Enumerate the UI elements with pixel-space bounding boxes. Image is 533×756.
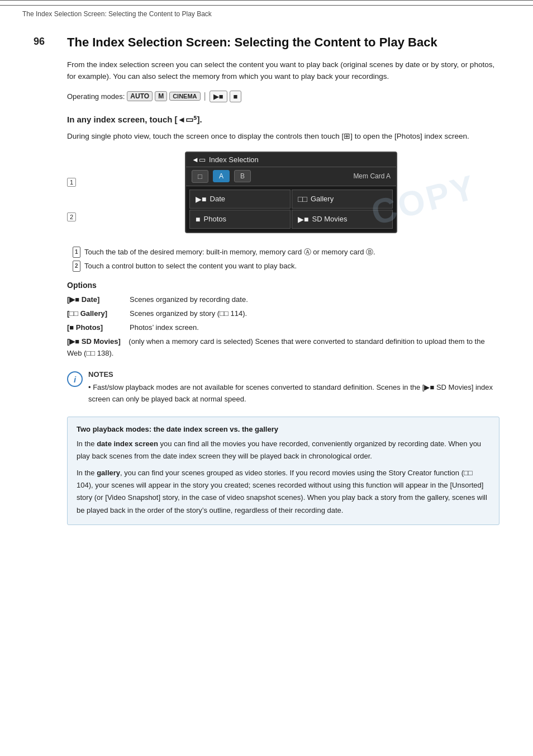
notes-content: NOTES • Fast/slow playback modes are not… [88,370,499,405]
options-section: Options [▶■ Date] Scenes organized by re… [67,281,499,359]
page-number: 96 [34,36,45,47]
screen-cell-date[interactable]: ▶■ Date [189,190,291,209]
option-date-label: [▶■ Date] [67,294,123,306]
notes-title: NOTES [88,370,499,379]
photos-cell-icon: ■ [196,215,200,224]
mode-m: M [155,91,167,101]
intro-text: From the index selection screen you can … [67,59,499,83]
photos-cell-label: Photos [204,215,226,223]
info-box-para2: In the gallery, you can find your scenes… [77,467,490,516]
callout-1-label: 1 [67,177,76,186]
notes-box: i NOTES • Fast/slow playback modes are n… [67,370,499,405]
info-box-title: Two playback modes: the date index scree… [77,425,490,433]
mode-video-icon: ▶■ [210,91,227,102]
option-date-desc: Scenes organized by recording date. [130,294,248,306]
callout-2-label: 2 [67,212,76,221]
screen-title-text: Index Selection [209,155,259,164]
step1-desc: During single photo view, touch the scre… [67,130,499,143]
sd-movies-cell-icon: ▶■ [298,215,308,224]
step1-title: In any index screen, touch [◄▭⁵]. [67,114,499,126]
screen-title-bar: ◄▭ Index Selection [186,153,396,167]
notes-text: • Fast/slow playback modes are not avail… [88,382,499,405]
option-photos: [■ Photos] Photos’ index screen. [67,322,499,334]
option-photos-label: [■ Photos] [67,322,123,334]
option-gallery-desc: Scenes organized by story (□□ 114). [130,308,247,320]
screen-tabs-row: □ A B Mem Card A [186,167,396,186]
mode-photo-icon: ■ [230,91,242,102]
callout-2-desc: 2 Touch a control button to select the c… [67,261,499,272]
screen-cell-sd-movies[interactable]: ▶■ SD Movies [292,210,393,229]
sd-movies-cell-label: SD Movies [312,215,348,223]
screen-title-icon: ◄▭ [192,155,206,164]
screen-cell-gallery[interactable]: □□ Gallery [292,190,393,209]
screen-mockup-container: 1 2 ◄▭ Index Selection □ A B Me [67,152,499,247]
option-gallery-label: [□□ Gallery] [67,308,123,320]
screen-content-grid: ▶■ Date □□ Gallery ■ Photos ▶■ [186,186,396,232]
option-photos-desc: Photos’ index screen. [130,322,199,334]
callout-1-desc: 1 Touch the tab of the desired memory: b… [67,247,499,258]
info-box-para1: In the date index screen you can find al… [77,438,490,462]
tab-a[interactable]: A [213,170,230,182]
gallery-cell-icon: □□ [298,195,307,204]
notes-icon: i [67,371,83,387]
option-date: [▶■ Date] Scenes organized by recording … [67,294,499,306]
index-selection-screen: ◄▭ Index Selection □ A B Mem Card A ▶■ D… [185,152,397,233]
option-sd-movies: [▶■ SD Movies] (only when a memory card … [67,336,499,360]
date-cell-label: Date [210,195,225,203]
option-sd-movies-desc: (only when a memory card is selected) Sc… [67,337,485,357]
option-sd-movies-label: [▶■ SD Movies] [67,337,121,346]
tab-b[interactable]: B [234,170,251,182]
option-gallery: [□□ Gallery] Scenes organized by story (… [67,308,499,320]
tab-builtin[interactable]: □ [192,170,208,183]
breadcrumb: The Index Selection Screen: Selecting th… [22,10,212,18]
date-cell-icon: ▶■ [196,195,206,204]
callout-labels-left: 1 2 [67,152,76,221]
options-title: Options [67,281,499,290]
mode-cinema: CINEMA [169,92,200,101]
operating-modes-label: Operating modes: [67,92,125,101]
mem-card-label: Mem Card A [353,172,391,180]
gallery-cell-label: Gallery [311,195,334,203]
callout-descriptions: 1 Touch the tab of the desired memory: b… [67,247,499,272]
operating-modes: Operating modes: AUTO M CINEMA | ▶■ ■ [67,91,499,102]
screen-cell-photos[interactable]: ■ Photos [189,210,291,229]
separator: | [204,91,206,101]
mode-auto: AUTO [127,91,153,101]
page-title: The Index Selection Screen: Selecting th… [67,35,499,51]
info-box: Two playback modes: the date index scree… [67,417,499,525]
